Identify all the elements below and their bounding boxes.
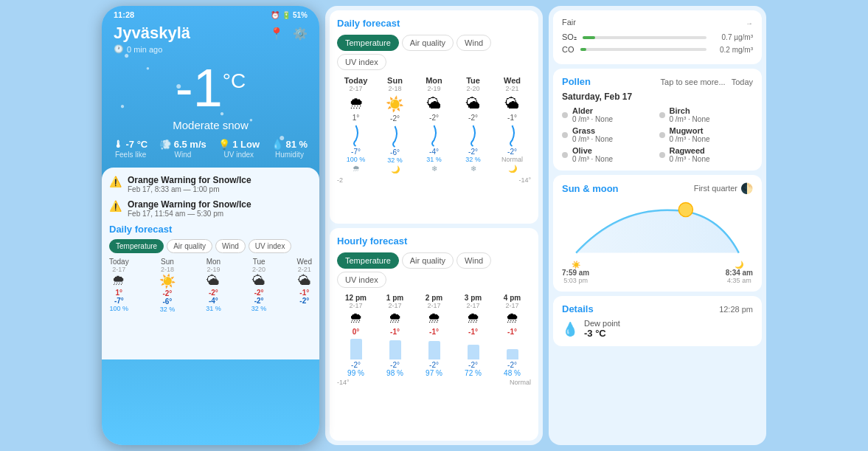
- forecast-row-phone: Today2-17 🌨 1° -7° 100 % Sun2-18 ☀️ -2° …: [109, 258, 312, 313]
- pollen-card: Pollen Tap to see more... Today Saturday…: [553, 69, 762, 171]
- tab-temperature-phone[interactable]: Temperature: [109, 239, 164, 253]
- wave-today: [337, 122, 375, 148]
- alert-2: ⚠️ Orange Warning for Snow/Ice Feb 17, 1…: [109, 199, 312, 218]
- grass-dot: [562, 132, 568, 138]
- daily-tab-airquality[interactable]: Air quality: [402, 35, 454, 51]
- pollen-section-date: Saturday, Feb 17: [562, 92, 753, 102]
- moon-icon: 🌓: [740, 182, 753, 194]
- wave-sun: [376, 123, 414, 148]
- pollen-olive: Olive 0 /m³ · None: [562, 146, 656, 163]
- forecast-tabs-phone[interactable]: Temperature Air quality Wind UV index: [109, 239, 312, 253]
- co-row: CO 0.2 mg/m³: [562, 45, 753, 54]
- precip-bar-2pm: [428, 341, 440, 359]
- wave-mon: [415, 122, 453, 148]
- fair-label: Fair: [562, 18, 576, 27]
- stat-humidity: 💧 81 % Humidity: [271, 139, 308, 159]
- sun-times: ☀️ 7:59 am 5:03 pm 🌙 8:34 am 4:35 am: [562, 261, 753, 284]
- fc-wed-phone: Wed2-21 🌥 -1° -2°: [297, 258, 312, 313]
- hourly-forecast-grid: 12 pm 2-17 🌨 0° -2° 99 % 1 pm 2-17 🌨 -1°…: [337, 294, 531, 377]
- fc-today-phone: Today2-17 🌨 1° -7° 100 %: [109, 258, 129, 313]
- daily-forecast-card: Daily forecast Temperature Air quality W…: [330, 10, 538, 224]
- daily-forecast-title-phone: Daily forecast: [109, 224, 312, 235]
- status-time: 11:28: [114, 10, 134, 19]
- hourly-tab-airquality[interactable]: Air quality: [402, 252, 454, 269]
- hourly-tab-wind[interactable]: Wind: [456, 252, 491, 269]
- details-title: Details: [562, 303, 594, 314]
- temp-unit: °C: [223, 69, 246, 92]
- daily-forecast-grid: Today 2-17 🌨 1° -7° 100 % 🌨 Sun 2-18 ☀️ …: [337, 76, 531, 173]
- precip-bar-12pm: [350, 339, 362, 359]
- hourly-col-2pm: 2 pm 2-17 🌨 -1° -2° 97 %: [415, 294, 453, 377]
- status-bar: 11:28 ⏰ 🔋 51%: [102, 6, 319, 21]
- dew-point-row: 💧 Dew point -3 °C: [562, 319, 753, 339]
- hourly-tab-temperature[interactable]: Temperature: [337, 252, 399, 269]
- battery-icon: 🔋: [282, 11, 291, 19]
- precip-bar-4pm: [507, 349, 518, 359]
- hourly-forecast-tabs[interactable]: Temperature Air quality Wind UV index: [337, 252, 531, 288]
- pollen-alder: Alder 0 /m³ · None: [562, 106, 656, 123]
- precip-bar-1pm: [389, 340, 401, 359]
- tab-airquality-phone[interactable]: Air quality: [167, 239, 212, 253]
- daily-forecast-title: Daily forecast: [337, 18, 531, 29]
- weather-description: Moderate snow: [102, 119, 319, 131]
- moonrise-icon: 🌙: [735, 261, 743, 269]
- air-quality-header: Fair →: [562, 18, 753, 28]
- alert-text-1: Orange Warning for Snow/Ice Feb 17, 8:33…: [128, 175, 251, 193]
- details-time: 12:28 pm: [719, 305, 753, 314]
- sunrise-icon: ☀️: [572, 261, 580, 269]
- snow-deco-7: ●: [161, 146, 164, 151]
- fc-mon-phone: Mon2-19 🌥 -2° -4° 31 %: [206, 258, 221, 313]
- daily-col-today: Today 2-17 🌨 1° -7° 100 % 🌨: [337, 76, 375, 173]
- daily-tab-wind[interactable]: Wind: [456, 35, 491, 51]
- pollen-header: Pollen Tap to see more... Today: [562, 76, 753, 87]
- pollen-tap-label[interactable]: Tap to see more...: [661, 78, 726, 86]
- temperature-display: -1°C: [102, 55, 319, 117]
- fc-tue-phone: Tue2-20 🌥 -2° -2° 32 %: [251, 258, 267, 313]
- daily-tab-temperature[interactable]: Temperature: [337, 35, 399, 51]
- sun-arc-svg: [562, 199, 753, 258]
- co-bar: [580, 48, 587, 51]
- moon-phase: First quarter 🌓: [694, 182, 753, 194]
- hourly-tab-uvindex[interactable]: UV index: [337, 272, 386, 288]
- hourly-forecast-card: Hourly forecast Temperature Air quality …: [330, 228, 538, 441]
- daily-forecast-tabs[interactable]: Temperature Air quality Wind UV index: [337, 35, 531, 70]
- clock-icon: 🕐: [114, 44, 124, 54]
- daily-col-sun: Sun 2-18 ☀️ -2° -6° 32 % 🌙: [376, 76, 414, 173]
- pollen-date-label: Today: [732, 78, 753, 86]
- hourly-col-3pm: 3 pm 2-17 🌨 -1° -2° 72 %: [454, 294, 492, 377]
- snow-deco-5: ●: [249, 117, 253, 123]
- stat-uv: 💡 1 Low UV index: [218, 139, 260, 159]
- pollen-mugwort: Mugwort 0 /m³ · None: [659, 126, 754, 143]
- alarm-icon: ⏰: [271, 11, 280, 19]
- city-name: Jyväskylä: [114, 24, 190, 43]
- sun-arc: [562, 199, 753, 258]
- so2-row: SO₂ 0.7 µg/m³: [562, 32, 753, 42]
- battery-pct: 51%: [293, 11, 308, 19]
- wave-wed: [493, 122, 531, 148]
- pollen-ragweed: Ragweed 0 /m³ · None: [659, 146, 754, 163]
- sun-moon-header: Sun & moon First quarter 🌓: [562, 182, 753, 194]
- dew-point-icon: 💧: [562, 321, 578, 337]
- phone-scroll-content: ⚠️ Orange Warning for Snow/Ice Feb 17, 8…: [102, 168, 319, 359]
- stat-wind: 💨 6.5 m/s Wind: [159, 139, 206, 159]
- settings-icon[interactable]: ⚙️: [293, 27, 308, 41]
- temp-value: -1°C: [102, 61, 319, 114]
- ragweed-dot: [659, 152, 665, 158]
- tab-wind-phone[interactable]: Wind: [215, 239, 246, 253]
- sun-moon-card: Sun & moon First quarter 🌓: [553, 175, 762, 292]
- hourly-col-4pm: 4 pm 2-17 🌨 -1° -2° 48 %: [493, 294, 531, 377]
- pollen-birch: Birch 0 /m³ · None: [659, 106, 754, 123]
- location-icon[interactable]: 📍: [269, 27, 284, 41]
- sun-moon-title: Sun & moon: [562, 183, 619, 194]
- alert-1: ⚠️ Orange Warning for Snow/Ice Feb 17, 8…: [109, 175, 312, 193]
- hourly-col-12pm: 12 pm 2-17 🌨 0° -2° 99 %: [337, 294, 375, 377]
- details-card: Details 12:28 pm 💧 Dew point -3 °C: [553, 296, 762, 346]
- precip-bar-3pm: [468, 345, 479, 359]
- phone-header: Jyväskylä 📍 ⚙️: [102, 21, 319, 43]
- weather-stats: 🌡 -7 °C Feels like 💨 6.5 m/s Wind 💡 1 Lo…: [102, 131, 319, 165]
- tab-uvindex-phone[interactable]: UV index: [249, 239, 292, 253]
- olive-dot: [562, 152, 568, 158]
- mugwort-dot: [659, 132, 665, 138]
- hourly-forecast-title: Hourly forecast: [337, 235, 531, 247]
- daily-tab-uvindex[interactable]: UV index: [337, 54, 386, 70]
